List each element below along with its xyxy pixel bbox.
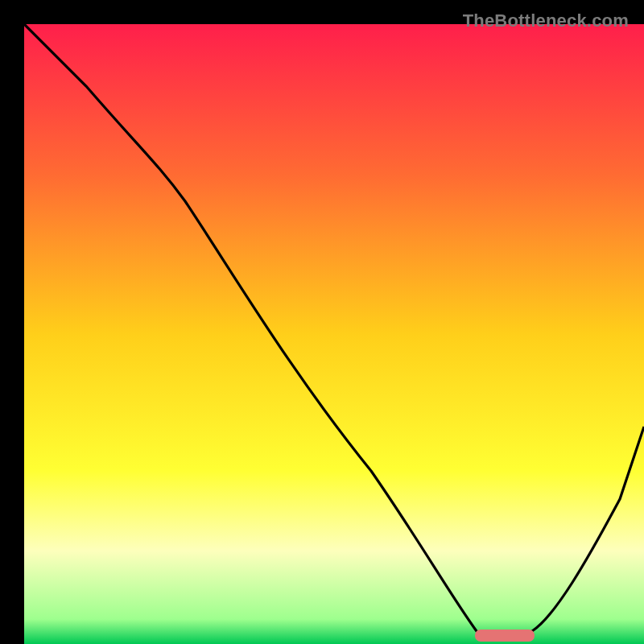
- optimal-range-marker: [475, 630, 535, 642]
- bottleneck-chart: [24, 24, 644, 644]
- gradient-background: [24, 24, 644, 644]
- chart-frame: TheBottleneck.com: [12, 12, 632, 632]
- watermark-text: TheBottleneck.com: [463, 10, 629, 31]
